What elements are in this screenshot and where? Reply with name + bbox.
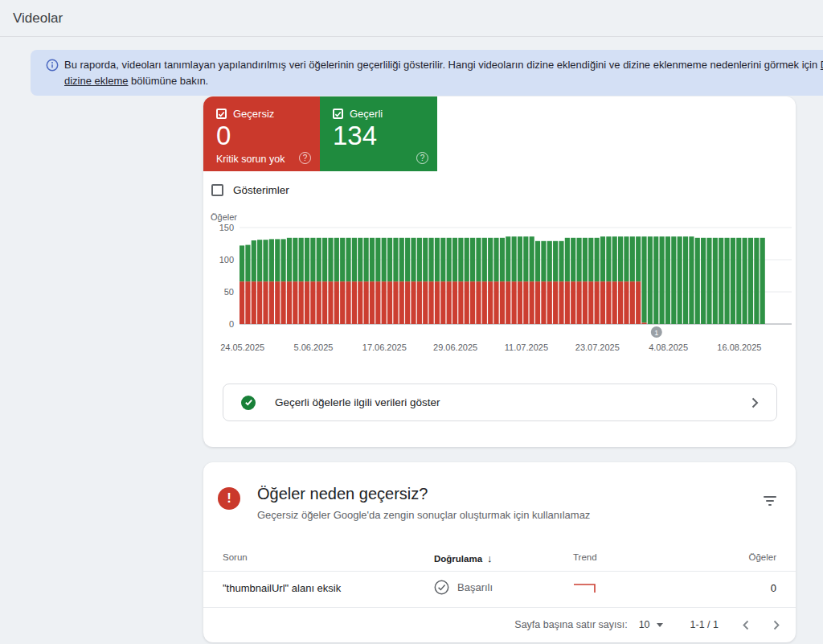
bar-valid-segment[interactable] — [476, 238, 481, 281]
bar-invalid-segment[interactable] — [612, 281, 617, 324]
bar-invalid-segment[interactable] — [452, 281, 457, 324]
bar-invalid-segment[interactable] — [470, 281, 475, 324]
bar-valid-segment[interactable] — [364, 238, 369, 281]
bar-valid-segment[interactable] — [269, 239, 274, 281]
bar-valid-segment[interactable] — [317, 238, 321, 281]
bar-invalid-segment[interactable] — [571, 281, 575, 324]
bar-invalid-segment[interactable] — [328, 281, 333, 324]
valid-tile-header[interactable]: Geçerli — [333, 108, 383, 120]
bar-invalid-segment[interactable] — [382, 281, 387, 324]
bar-valid-segment[interactable] — [624, 236, 629, 281]
bar-invalid-segment[interactable] — [488, 281, 493, 324]
bar-valid-segment[interactable] — [310, 238, 315, 281]
bar-valid-segment[interactable] — [695, 238, 700, 324]
bar-invalid-segment[interactable] — [346, 281, 350, 324]
bar-invalid-segment[interactable] — [399, 281, 404, 324]
bar-valid-segment[interactable] — [370, 238, 375, 281]
bar-valid-segment[interactable] — [240, 245, 244, 281]
bar-valid-segment[interactable] — [606, 236, 611, 281]
bar-valid-segment[interactable] — [287, 238, 292, 281]
bar-valid-segment[interactable] — [665, 236, 670, 324]
bar-invalid-segment[interactable] — [618, 281, 623, 324]
bar-valid-segment[interactable] — [553, 241, 558, 281]
bar-invalid-segment[interactable] — [387, 281, 392, 324]
bar-invalid-segment[interactable] — [310, 281, 315, 324]
banner-link-dizine-ekleme[interactable]: dizine ekleme — [64, 75, 129, 87]
bar-valid-segment[interactable] — [660, 236, 665, 324]
bar-invalid-segment[interactable] — [340, 281, 345, 324]
invalid-tile-header[interactable]: Geçersiz — [216, 108, 274, 120]
valid-summary-tile[interactable]: Geçerli 134 ? — [320, 96, 437, 171]
bar-valid-segment[interactable] — [541, 241, 546, 281]
bar-invalid-segment[interactable] — [299, 281, 304, 324]
bar-invalid-segment[interactable] — [364, 281, 369, 324]
bar-valid-segment[interactable] — [701, 238, 706, 324]
bar-valid-segment[interactable] — [263, 240, 268, 281]
bar-valid-segment[interactable] — [352, 238, 357, 281]
bar-valid-segment[interactable] — [447, 238, 452, 281]
bar-invalid-segment[interactable] — [293, 281, 297, 324]
bar-invalid-segment[interactable] — [263, 281, 268, 324]
bar-valid-segment[interactable] — [435, 238, 440, 281]
bar-invalid-segment[interactable] — [411, 281, 416, 324]
bar-invalid-segment[interactable] — [482, 281, 487, 324]
column-header-trend[interactable]: Trend — [573, 552, 597, 562]
bar-valid-segment[interactable] — [399, 238, 404, 281]
bar-invalid-segment[interactable] — [512, 281, 517, 324]
bar-valid-segment[interactable] — [506, 236, 510, 281]
bar-valid-segment[interactable] — [641, 236, 646, 322]
bar-valid-segment[interactable] — [518, 236, 522, 281]
bar-valid-segment[interactable] — [748, 238, 753, 324]
bar-valid-segment[interactable] — [293, 238, 297, 281]
bar-valid-segment[interactable] — [417, 238, 422, 281]
bar-invalid-segment[interactable] — [281, 281, 286, 324]
bar-valid-segment[interactable] — [653, 236, 658, 324]
issue-table-row[interactable]: "thumbnailUrl" alanı eksik Başarılı 0 — [203, 571, 796, 607]
bar-valid-segment[interactable] — [512, 236, 517, 281]
invalid-summary-tile[interactable]: Geçersiz 0 Kritik sorun yok ? — [203, 96, 320, 171]
filter-icon[interactable] — [760, 491, 780, 511]
bar-invalid-segment[interactable] — [287, 281, 292, 324]
checked-checkbox-icon[interactable] — [216, 109, 227, 119]
bar-valid-segment[interactable] — [618, 236, 623, 281]
bar-valid-segment[interactable] — [328, 238, 333, 281]
bar-valid-segment[interactable] — [252, 240, 256, 281]
bar-invalid-segment[interactable] — [636, 281, 641, 324]
bar-invalid-segment[interactable] — [269, 281, 274, 324]
bar-valid-segment[interactable] — [275, 239, 280, 281]
bar-valid-segment[interactable] — [305, 238, 309, 281]
bar-valid-segment[interactable] — [678, 236, 682, 324]
bar-invalid-segment[interactable] — [583, 281, 588, 324]
bar-valid-segment[interactable] — [500, 238, 505, 281]
bar-invalid-segment[interactable] — [352, 281, 357, 324]
bar-valid-segment[interactable] — [595, 238, 600, 281]
bar-valid-segment[interactable] — [393, 238, 398, 281]
bar-valid-segment[interactable] — [760, 238, 765, 324]
bar-valid-segment[interactable] — [358, 238, 362, 281]
next-page-button[interactable] — [773, 620, 780, 630]
bar-valid-segment[interactable] — [571, 238, 575, 281]
bar-invalid-segment[interactable] — [624, 281, 629, 324]
bar-invalid-segment[interactable] — [322, 281, 327, 324]
bar-valid-segment[interactable] — [713, 238, 718, 324]
bar-valid-segment[interactable] — [724, 238, 729, 324]
bar-valid-segment[interactable] — [482, 238, 487, 281]
column-header-dogrulama[interactable]: Doğrulama ↓ — [434, 552, 493, 564]
help-icon[interactable]: ? — [299, 152, 311, 164]
bar-valid-segment[interactable] — [719, 238, 723, 324]
bar-invalid-segment[interactable] — [435, 281, 440, 324]
bar-invalid-segment[interactable] — [523, 281, 528, 324]
bar-invalid-segment[interactable] — [317, 281, 321, 324]
bar-valid-segment[interactable] — [523, 236, 528, 281]
bar-valid-segment[interactable] — [612, 236, 617, 281]
bar-invalid-segment[interactable] — [493, 281, 498, 324]
page-size-select[interactable]: 10 — [639, 619, 663, 630]
bar-valid-segment[interactable] — [547, 241, 552, 281]
bar-invalid-segment[interactable] — [600, 281, 605, 324]
bar-invalid-segment[interactable] — [530, 281, 534, 324]
bar-valid-segment[interactable] — [530, 236, 534, 281]
bar-invalid-segment[interactable] — [440, 281, 445, 324]
bar-valid-segment[interactable] — [706, 238, 711, 324]
help-icon[interactable]: ? — [416, 152, 428, 164]
bar-invalid-segment[interactable] — [535, 281, 540, 324]
